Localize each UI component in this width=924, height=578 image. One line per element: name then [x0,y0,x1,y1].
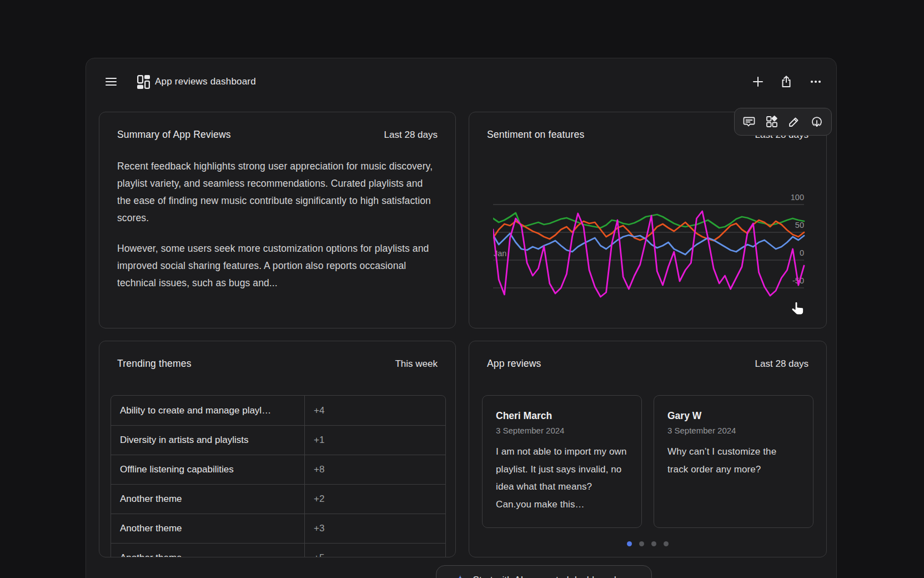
reviews-card-range[interactable]: Last 28 days [755,358,808,370]
theme-label: Another theme [111,544,305,557]
hamburger-menu-button[interactable] [101,72,121,92]
page-title: App reviews dashboard [155,72,256,92]
review-text: Why can’t I customize the track order an… [667,443,800,478]
table-row[interactable]: Offline listening capabilities +8 [111,455,445,484]
review-date: 3 September 2024 [667,426,800,435]
summary-paragraph: Recent feedback highlights strong user a… [117,158,438,227]
review-tile[interactable]: Cheri March 3 September 2024 I am not ab… [482,395,642,528]
app-reviews-card: App reviews Last 28 days Cheri March 3 S… [469,341,827,557]
themes-card-range[interactable]: This week [395,358,438,370]
download-icon [811,116,823,128]
widgets-button[interactable] [762,112,781,131]
svg-text:100: 100 [791,193,804,202]
edit-button[interactable] [785,112,804,131]
comment-icon [743,116,755,128]
theme-label: Another theme [111,485,305,514]
table-row[interactable]: Another theme +2 [111,484,445,514]
dashboard-logo-icon [133,72,153,92]
share-icon [781,76,792,88]
ai-suggestion-popup[interactable]: ✦ Start with AI-generated dashboards [436,565,652,578]
themes-table: Ability to create and manage playl… +4 D… [111,395,446,557]
pagination-dot[interactable] [651,541,656,546]
trending-themes-card: Trending themes This week Ability to cre… [99,341,456,557]
comment-button[interactable] [740,112,759,131]
three-dots-icon [810,80,821,83]
sentiment-card: Sentiment on features Last 28 days 10050… [469,112,827,328]
table-row[interactable]: Another theme +3 [111,514,445,543]
hamburger-icon [106,77,117,86]
svg-text:50: 50 [795,221,804,230]
widgets-icon [766,116,778,128]
sparkle-icon: ✦ [455,574,465,578]
theme-delta: +4 [305,405,445,416]
table-row[interactable]: Ability to create and manage playl… +4 [111,396,445,425]
share-button[interactable] [776,72,796,92]
ai-popup-label: Start with AI-generated dashboards [473,574,621,578]
summary-card: Summary of App Reviews Last 28 days Rece… [99,112,456,328]
widget-toolbar [734,108,832,136]
download-button[interactable] [807,112,826,131]
summary-paragraph: However, some users seek more customizat… [117,240,438,292]
table-row[interactable]: Diversity in artists and playlists +1 [111,425,445,455]
reviews-pagination [469,541,826,546]
theme-label: Offline listening capabilities [111,455,305,484]
pagination-dot[interactable] [639,541,644,546]
theme-delta: +1 [305,435,445,446]
review-date: 3 September 2024 [496,426,628,435]
summary-card-range[interactable]: Last 28 days [384,129,438,141]
review-tile[interactable]: Gary W 3 September 2024 Why can’t I cust… [654,395,813,528]
pagination-dot[interactable] [664,541,669,546]
sentiment-chart: 100500-50Jan [493,190,805,302]
theme-label: Diversity in artists and playlists [111,426,305,455]
svg-text:0: 0 [800,248,804,257]
theme-delta: +3 [305,523,445,534]
review-author: Cheri March [496,410,628,422]
edit-pencil-icon [788,116,800,128]
theme-label: Ability to create and manage playl… [111,396,305,425]
review-text: I am not able to import my own playlist.… [496,443,628,513]
plus-icon [753,77,763,87]
theme-delta: +2 [305,494,445,505]
main-window: App reviews dashboard Summary of App Rev… [86,58,837,578]
themes-card-title: Trending themes [117,358,192,370]
summary-text: Recent feedback highlights strong user a… [117,158,438,292]
theme-delta: +5 [305,552,445,557]
sentiment-card-title: Sentiment on features [487,129,584,141]
theme-delta: +8 [305,464,445,475]
table-row[interactable]: Another theme +5 [111,543,445,557]
reviews-card-title: App reviews [487,358,541,370]
theme-label: Another theme [111,514,305,543]
review-author: Gary W [667,410,800,422]
summary-card-title: Summary of App Reviews [117,129,231,141]
add-widget-button[interactable] [748,72,768,92]
pagination-dot[interactable] [627,541,632,546]
more-options-button[interactable] [806,72,826,92]
